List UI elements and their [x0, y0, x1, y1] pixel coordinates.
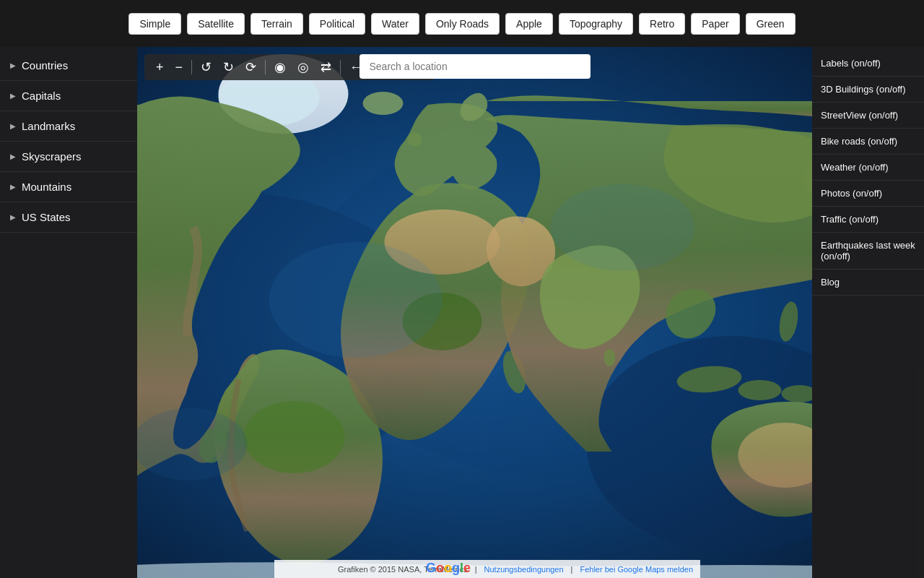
sidebar-label-landmarks: Landmarks [22, 120, 75, 132]
map-background [137, 47, 812, 578]
sidebar-label-us-states: US States [22, 211, 71, 223]
right-item-earthquakes[interactable]: Earthquakes last week (on/off) [812, 233, 924, 269]
ctrl-btn-refresh[interactable]: ⟳ [241, 59, 261, 76]
report-link[interactable]: Fehler bei Google Maps melden [580, 565, 693, 574]
ctrl-divider [191, 60, 192, 74]
style-btn-green[interactable]: Green [746, 13, 796, 35]
sidebar-item-capitals[interactable]: ▶Capitals [0, 81, 137, 111]
main-layout: ▶Countries▶Capitals▶Landmarks▶Skyscraper… [0, 47, 924, 578]
style-btn-topography[interactable]: Topography [559, 13, 633, 35]
svg-point-6 [244, 401, 345, 473]
style-btn-retro[interactable]: Retro [639, 13, 685, 35]
svg-point-22 [269, 242, 443, 358]
right-item-blog[interactable]: Blog [812, 269, 924, 296]
ctrl-btn-undo[interactable]: ↺ [196, 59, 216, 76]
svg-point-13 [738, 380, 782, 400]
ctrl-btn-marker[interactable]: ◉ [270, 59, 290, 76]
style-btn-satellite[interactable]: Satellite [187, 13, 245, 35]
left-sidebar: ▶Countries▶Capitals▶Landmarks▶Skyscraper… [0, 47, 137, 578]
right-item-labels[interactable]: Labels (on/off) [812, 51, 924, 77]
style-btn-paper[interactable]: Paper [691, 13, 739, 35]
sidebar-label-capitals: Capitals [22, 90, 61, 102]
right-item-bike-roads[interactable]: Bike roads (on/off) [812, 129, 924, 155]
sidebar-item-skyscrapers[interactable]: ▶Skyscrapers [0, 142, 137, 172]
svg-point-20 [363, 92, 404, 115]
right-item-3d-buildings[interactable]: 3D Buildings (on/off) [812, 77, 924, 103]
ctrl-divider [340, 60, 341, 74]
style-btn-only-roads[interactable]: Only Roads [425, 13, 500, 35]
sidebar-arrow-capitals: ▶ [10, 92, 16, 100]
ctrl-btn-zoom-out[interactable]: − [171, 59, 188, 76]
search-box [359, 54, 590, 79]
sidebar-arrow-countries: ▶ [10, 61, 16, 69]
style-btn-water[interactable]: Water [371, 13, 419, 35]
terms-link[interactable]: Nutzungsbedingungen [484, 565, 564, 574]
svg-point-24 [137, 408, 248, 480]
sidebar-arrow-mountains: ▶ [10, 183, 16, 191]
right-item-photos[interactable]: Photos (on/off) [812, 181, 924, 207]
sidebar-label-countries: Countries [22, 59, 68, 72]
ctrl-btn-streetview[interactable]: ◎ [293, 59, 313, 76]
style-btn-political[interactable]: Political [309, 13, 365, 35]
sidebar-item-mountains[interactable]: ▶Mountains [0, 172, 137, 202]
style-btn-simple[interactable]: Simple [128, 13, 181, 35]
map-area[interactable]: +−↺↻⟳◉◎⇄←↑↓→ Google Grafiken © 2015 NASA… [137, 47, 812, 578]
ctrl-divider [265, 60, 266, 74]
sidebar-item-landmarks[interactable]: ▶Landmarks [0, 111, 137, 142]
ctrl-btn-random[interactable]: ⇄ [316, 59, 336, 76]
style-btn-terrain[interactable]: Terrain [250, 13, 303, 35]
ctrl-btn-zoom-in[interactable]: + [152, 59, 168, 76]
sidebar-label-mountains: Mountains [22, 181, 71, 193]
sidebar-arrow-skyscrapers: ▶ [10, 152, 16, 160]
sidebar-item-us-states[interactable]: ▶US States [0, 202, 137, 233]
topbar: SimpleSatelliteTerrainPoliticalWaterOnly… [0, 0, 924, 47]
sidebar-item-countries[interactable]: ▶Countries [0, 51, 137, 81]
sidebar-label-skyscrapers: Skyscrapers [22, 150, 82, 163]
search-input[interactable] [359, 54, 590, 79]
map-footer: Google Grafiken © 2015 NASA, TerraMetric… [274, 560, 700, 578]
right-item-traffic[interactable]: Traffic (on/off) [812, 207, 924, 233]
map-svg [137, 47, 812, 578]
right-panel: Labels (on/off)3D Buildings (on/off)Stre… [812, 47, 924, 578]
ctrl-btn-redo[interactable]: ↻ [219, 59, 238, 76]
google-logo: Google [426, 561, 471, 576]
style-btn-apple[interactable]: Apple [505, 13, 553, 35]
footer-separator: | [475, 565, 477, 574]
sidebar-arrow-landmarks: ▶ [10, 122, 16, 130]
svg-point-16 [604, 349, 616, 366]
svg-point-23 [551, 184, 695, 271]
footer-separator2: | [571, 565, 573, 574]
right-item-weather[interactable]: Weather (on/off) [812, 155, 924, 181]
sidebar-arrow-us-states: ▶ [10, 213, 16, 221]
right-item-streetview[interactable]: StreetView (on/off) [812, 103, 924, 129]
